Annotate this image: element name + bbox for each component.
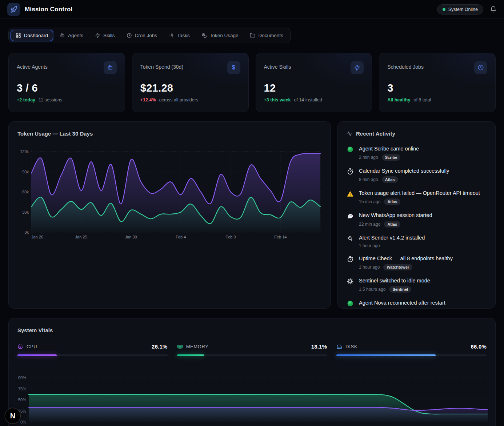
svg-text:30k: 30k (22, 210, 29, 214)
activity-item: New WhatsApp session started 22 min ago … (347, 212, 487, 227)
token-chart-title: Token Usage — Last 30 Days (17, 130, 322, 137)
stat-value: 3 (387, 82, 487, 94)
activity-pulse-icon (347, 131, 352, 137)
meter-value: 26.1% (152, 343, 168, 350)
stats-row: Active Agents 3 / 6 +2 today 11 sessions… (0, 43, 504, 112)
cpu-icon (17, 344, 23, 350)
activity-item-title: New WhatsApp session started (359, 212, 432, 218)
tab-token-usage[interactable]: Token Usage (196, 30, 244, 41)
activity-item-icon (347, 235, 354, 242)
tab-label: Cron Jobs (135, 33, 157, 38)
online-dot-icon (443, 8, 445, 11)
svg-text:50%: 50% (18, 398, 26, 402)
bolt-icon (95, 33, 100, 38)
activity-item-badge: Nova (385, 308, 402, 309)
activity-item-icon (347, 146, 354, 153)
meter-memory: MEMORY 18.1% (177, 343, 327, 356)
stat-delta: +12.4% (140, 97, 156, 103)
notifications-button[interactable] (490, 6, 497, 13)
stat-card-active-skills: Active Skills 12 +3 this week of 14 inst… (256, 53, 372, 112)
activity-list: Agent Scribe came online 2 min ago Scrib… (347, 145, 487, 309)
meter-label: CPU (27, 344, 37, 349)
topbar: Mission Control System Online (0, 0, 504, 19)
robot-icon (60, 33, 65, 38)
tab-label: Documents (258, 33, 283, 38)
meter-fill (177, 354, 204, 356)
activity-item-time: 1 hour ago (359, 265, 380, 270)
stat-value: 12 (264, 82, 364, 94)
svg-text:0%: 0% (20, 420, 26, 424)
stat-note: of 14 installed (294, 97, 322, 103)
tab-documents[interactable]: Documents (245, 30, 288, 41)
tally-icon (169, 33, 174, 38)
stat-value: 3 / 6 (17, 82, 117, 94)
activity-item-icon (347, 256, 354, 263)
tab-agents[interactable]: Agents (55, 30, 88, 41)
activity-item-badge: Scribe (382, 154, 401, 161)
meter-icon-wrap (336, 343, 342, 350)
main-nav: DashboardAgentsSkillsCron JobsTasksToken… (8, 28, 291, 43)
system-status-label: System Online (448, 7, 478, 12)
activity-item-title: Uptime Check — all 8 endpoints healthy (359, 255, 453, 262)
stat-icon-chip (351, 61, 364, 74)
meter-disk: DISK 66.0% (336, 343, 487, 356)
activity-item: Agent Scribe came online 2 min ago Scrib… (347, 145, 487, 161)
memory-icon (177, 344, 183, 350)
stat-icon-chip (474, 61, 487, 74)
stat-note: 11 sessions (39, 97, 62, 103)
stat-note: across all providers (159, 97, 199, 103)
stat-card-active-agents: Active Agents 3 / 6 +2 today 11 sessions (8, 53, 125, 112)
recent-activity-panel: Recent Activity Agent Scribe came online… (337, 121, 496, 309)
svg-text:90k: 90k (22, 170, 29, 174)
rocket-icon (10, 6, 17, 13)
activity-item: Token usage alert failed — OpenRouter AP… (347, 190, 487, 205)
tab-label: Skills (103, 33, 115, 38)
stat-title: Token Spend (30d) (140, 61, 183, 70)
activity-item-title: Token usage alert failed — OpenRouter AP… (359, 190, 480, 196)
tab-label: Dashboard (24, 33, 48, 38)
activity-item-title: Calendar Sync completed successfully (359, 168, 449, 174)
activity-item-title: Agent Scribe came online (359, 145, 419, 152)
activity-item-icon (347, 190, 354, 197)
bell-icon (490, 6, 497, 13)
tab-tasks[interactable]: Tasks (164, 30, 195, 41)
vitals-history-chart: 0%25%50%75%100% (17, 374, 496, 426)
gear-icon (347, 278, 354, 285)
activity-item-time: 1.5 hours ago (359, 287, 385, 292)
token-usage-chart: 0k30k60k90k120kJan 20Jan 25Jan 30Feb 4Fe… (17, 146, 323, 244)
stat-title: Active Skills (264, 61, 291, 70)
meter-track (177, 354, 327, 356)
tab-dashboard[interactable]: Dashboard (11, 30, 53, 41)
activity-item-time: 2 min ago (359, 155, 378, 160)
stat-delta: +3 this week (264, 97, 291, 103)
tab-skills[interactable]: Skills (90, 30, 120, 41)
activity-item-badge: Watchtower (383, 264, 412, 270)
svg-text:0k: 0k (24, 230, 29, 234)
meter-icon-wrap (177, 343, 183, 350)
tab-label: Tasks (177, 33, 190, 38)
activity-item-title: Sentinel switched to idle mode (359, 277, 430, 284)
page-title: Mission Control (25, 6, 72, 13)
token-usage-panel: Token Usage — Last 30 Days 0k30k60k90k12… (8, 121, 331, 309)
activity-item-time: 15 min ago (359, 199, 380, 204)
meter-label: DISK (345, 344, 357, 349)
activity-item: Uptime Check — all 8 endpoints healthy 1… (347, 255, 487, 270)
dollar-icon: $ (232, 64, 235, 71)
svg-text:75%: 75% (18, 387, 26, 391)
plug-icon (347, 235, 354, 242)
activity-item: Alert Sender v1.4.2 installed 1 hour ago (347, 234, 487, 248)
svg-text:Feb 14: Feb 14 (274, 235, 287, 239)
coins-icon (201, 33, 207, 38)
activity-item-time: 22 min ago (359, 222, 380, 227)
folder-icon (250, 33, 255, 38)
meter-value: 66.0% (471, 343, 487, 350)
activity-item-badge: Sentinel (389, 286, 411, 293)
system-vitals-panel: System Vitals CPU 26.1% MEMORY 18.1% DIS… (8, 318, 496, 426)
green-dot-icon (347, 146, 354, 153)
activity-item-badge: Atlas (384, 198, 400, 205)
svg-text:Feb 9: Feb 9 (225, 235, 236, 239)
stopwatch-icon (347, 168, 354, 175)
tab-cron-jobs[interactable]: Cron Jobs (121, 30, 163, 41)
nextjs-dev-indicator[interactable]: N (5, 408, 21, 424)
stopwatch-icon (347, 256, 354, 263)
